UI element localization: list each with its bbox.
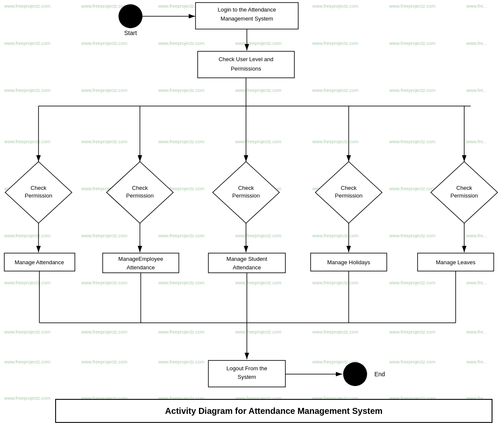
manage-leaves-text: Manage Leaves — [436, 259, 476, 266]
svg-text:www.freeprojectz.com: www.freeprojectz.com — [4, 395, 50, 401]
svg-text:www.freeprojectz.com: www.freeprojectz.com — [389, 329, 436, 334]
logout-text1: Logout From the — [226, 365, 267, 372]
svg-text:www.freeprojectz.com: www.freeprojectz.com — [235, 139, 282, 144]
svg-text:www.freeprojectz.com: www.freeprojectz.com — [312, 3, 359, 9]
svg-text:www.freeprojectz.com: www.freeprojectz.com — [389, 139, 436, 144]
svg-text:www.fre...: www.fre... — [466, 233, 487, 238]
diamond4-text1: Check — [341, 185, 357, 191]
check-user-level-text1: Check User Level and — [219, 56, 273, 62]
svg-text:www.freeprojectz.com: www.freeprojectz.com — [235, 233, 282, 238]
svg-text:www.freeprojectz.com: www.freeprojectz.com — [312, 280, 359, 285]
svg-text:www.freeprojectz.com: www.freeprojectz.com — [81, 359, 127, 364]
manage-employee-text2: Attendance — [127, 264, 155, 271]
svg-text:www.freeprojectz.com: www.freeprojectz.com — [4, 139, 50, 144]
svg-text:www.freeprojectz.com: www.freeprojectz.com — [4, 280, 50, 285]
diamond3-text1: Check — [238, 185, 254, 191]
svg-text:www.freeprojectz.com: www.freeprojectz.com — [235, 41, 282, 46]
svg-text:www.fre...: www.fre... — [466, 88, 487, 93]
manage-holidays-text: Manage Holidays — [327, 259, 371, 266]
svg-text:www.freeprojectz.com: www.freeprojectz.com — [389, 88, 436, 93]
svg-text:www.freeprojectz.com: www.freeprojectz.com — [312, 233, 359, 238]
start-circle — [119, 4, 142, 28]
svg-text:www.fre...: www.fre... — [466, 359, 487, 364]
svg-text:www.freeprojectz.com: www.freeprojectz.com — [312, 139, 359, 144]
svg-text:www.freeprojectz.com: www.freeprojectz.com — [4, 88, 50, 93]
end-label: End — [374, 371, 385, 378]
logout-text2: System — [237, 374, 256, 380]
svg-text:www.freeprojectz.com: www.freeprojectz.com — [81, 280, 127, 285]
svg-text:www.freeprojectz.com: www.freeprojectz.com — [4, 41, 50, 46]
svg-text:www.freeprojectz.com: www.freeprojectz.com — [235, 88, 282, 93]
svg-text:www.freeprojectz.com: www.freeprojectz.com — [158, 359, 205, 364]
check-user-level-text2: Permissions — [231, 65, 261, 72]
svg-text:www.fre...: www.fre... — [466, 3, 487, 9]
svg-text:www.freeprojectz.com: www.freeprojectz.com — [81, 233, 127, 238]
diamond1-text2: Permission — [25, 192, 52, 199]
svg-text:www.fre...: www.fre... — [466, 139, 487, 144]
manage-attendance-text: Manage Attendance — [15, 259, 64, 266]
svg-text:www.freeprojectz.com: www.freeprojectz.com — [81, 88, 127, 93]
login-box-text: Login to the Attendance — [218, 6, 276, 13]
diamond2-text1: Check — [132, 185, 148, 191]
diamond3-text2: Permission — [232, 192, 260, 199]
caption-text: Activity Diagram for Attendance Manageme… — [165, 406, 382, 416]
svg-text:www.fre...: www.fre... — [466, 280, 487, 285]
svg-text:www.freeprojectz.com: www.freeprojectz.com — [158, 88, 205, 93]
svg-text:www.freeprojectz.com: www.freeprojectz.com — [4, 3, 50, 9]
svg-text:www.freeprojectz.com: www.freeprojectz.com — [389, 280, 436, 285]
manage-student-text1: Manage Student — [226, 256, 267, 262]
check-user-level-box — [198, 51, 294, 78]
svg-text:www.freeprojectz.com: www.freeprojectz.com — [235, 329, 282, 334]
diamond5-text1: Check — [457, 185, 472, 191]
flowchart-svg: www.freeprojectz.com www.freeprojectz.co… — [0, 0, 504, 425]
start-label: Start — [124, 30, 137, 36]
diamond1-text1: Check — [31, 185, 47, 191]
svg-text:www.freeprojectz.com: www.freeprojectz.com — [312, 329, 359, 334]
svg-text:www.freeprojectz.com: www.freeprojectz.com — [81, 3, 127, 9]
svg-text:www.freeprojectz.com: www.freeprojectz.com — [235, 280, 282, 285]
diamond4-text2: Permission — [335, 192, 362, 199]
svg-text:www.freeprojectz.com: www.freeprojectz.com — [4, 329, 50, 334]
svg-text:www.freeprojectz.com: www.freeprojectz.com — [158, 329, 205, 334]
diamond5-text2: Permission — [451, 192, 478, 199]
svg-text:www.freeprojectz.com: www.freeprojectz.com — [158, 139, 205, 144]
svg-text:www.freeprojectz.com: www.freeprojectz.com — [4, 233, 50, 238]
end-circle — [343, 362, 367, 386]
diagram-container: www.freeprojectz.com www.freeprojectz.co… — [0, 0, 504, 425]
svg-text:www.freeprojectz.com: www.freeprojectz.com — [389, 359, 436, 364]
svg-text:www.freeprojectz.com: www.freeprojectz.com — [158, 280, 205, 285]
svg-text:www.fre...: www.fre... — [466, 41, 487, 46]
diamond2-text2: Permission — [126, 192, 154, 199]
svg-text:www.freeprojectz.com: www.freeprojectz.com — [389, 41, 436, 46]
svg-text:www.fre...: www.fre... — [466, 329, 487, 334]
svg-text:www.freeprojectz.com: www.freeprojectz.com — [389, 186, 436, 191]
svg-text:www.freeprojectz.com: www.freeprojectz.com — [312, 41, 359, 46]
svg-text:www.freeprojectz.com: www.freeprojectz.com — [81, 139, 127, 144]
svg-text:www.freeprojectz.com: www.freeprojectz.com — [4, 359, 50, 364]
svg-text:www.freeprojectz.com: www.freeprojectz.com — [389, 233, 436, 238]
manage-employee-text1: ManageEmployee — [119, 256, 163, 262]
svg-text:www.freeprojectz.com: www.freeprojectz.com — [81, 41, 127, 46]
svg-text:www.freeprojectz.com: www.freeprojectz.com — [158, 41, 205, 46]
svg-text:www.freeprojectz.com: www.freeprojectz.com — [389, 3, 436, 9]
svg-text:www.freeprojectz.com: www.freeprojectz.com — [158, 233, 205, 238]
login-box-text2: Management System — [221, 15, 273, 22]
svg-text:www.freeprojectz.com: www.freeprojectz.com — [81, 329, 127, 334]
manage-student-text2: Attendance — [233, 264, 261, 271]
svg-text:www.freeprojectz.com: www.freeprojectz.com — [312, 88, 359, 93]
